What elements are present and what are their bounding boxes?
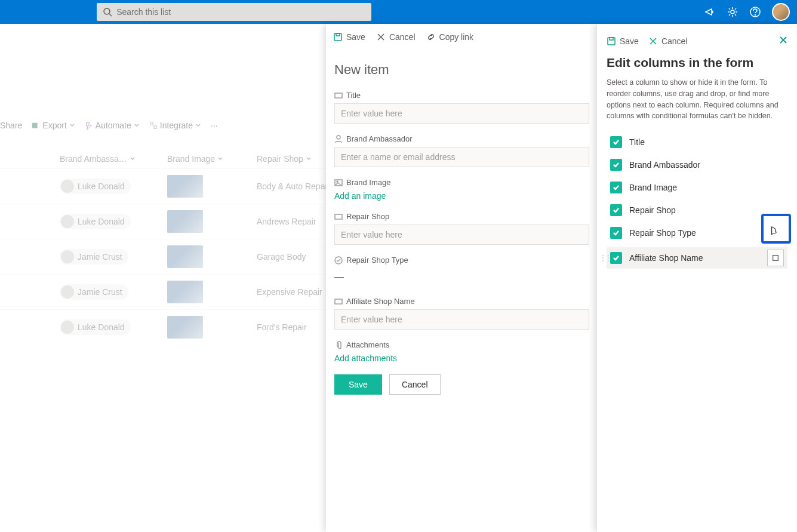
choice-icon <box>334 256 343 265</box>
help-icon[interactable] <box>749 6 761 18</box>
field-affiliate-label: Affiliate Shop Name <box>346 297 415 306</box>
column-checkbox[interactable] <box>610 182 622 193</box>
search-box[interactable] <box>97 3 371 21</box>
col-image: Brand Image <box>167 154 215 164</box>
person-icon <box>334 135 343 143</box>
link-icon <box>426 32 436 42</box>
attachment-icon <box>334 341 343 349</box>
chevron-down-icon <box>134 122 140 128</box>
column-checkbox[interactable] <box>610 136 622 148</box>
person-chip: Jamie Crust <box>60 249 128 265</box>
text-icon <box>334 297 343 306</box>
chevron-down-icon <box>69 122 75 128</box>
panel-title: New item <box>334 62 589 78</box>
image-thumbnail <box>167 316 203 339</box>
save-button[interactable]: Save <box>334 374 382 395</box>
person-chip: Luke Donald <box>60 214 131 229</box>
chevron-down-icon <box>195 122 201 128</box>
add-image-link[interactable]: Add an image <box>334 191 386 201</box>
column-item[interactable]: Brand Image <box>607 179 787 196</box>
chevron-down-icon <box>306 156 312 162</box>
cursor-icon <box>768 226 779 238</box>
column-label: Affiliate Shop Name <box>629 253 703 263</box>
panel-cancel-button[interactable]: Cancel <box>376 32 416 42</box>
shop-input[interactable] <box>334 225 589 245</box>
ambassador-input[interactable] <box>334 147 589 167</box>
svg-point-13 <box>337 136 340 139</box>
svg-rect-12 <box>335 93 342 98</box>
panel-save-label: Save <box>346 32 365 42</box>
column-list: Title Brand Ambassador Brand Image Repai… <box>607 134 787 269</box>
column-more-button[interactable] <box>767 250 784 266</box>
svg-rect-6 <box>150 122 153 125</box>
image-thumbnail <box>167 281 203 303</box>
search-input[interactable] <box>116 7 365 17</box>
gear-icon[interactable] <box>727 6 738 18</box>
drag-handle-icon[interactable]: ⋮⋮ <box>599 254 610 262</box>
automate-label: Automate <box>96 121 131 130</box>
close-icon <box>376 32 386 42</box>
svg-point-2 <box>731 10 734 14</box>
panel-toolbar: Save Cancel Copy link <box>326 24 598 50</box>
more-button: ··· <box>211 121 218 130</box>
image-thumbnail <box>167 210 203 233</box>
person-chip: Jamie Crust <box>60 284 128 300</box>
svg-rect-7 <box>154 126 156 128</box>
column-checkbox[interactable] <box>610 159 622 171</box>
copy-link-label: Copy link <box>439 32 474 42</box>
field-shoptype-label: Repair Shop Type <box>346 256 408 265</box>
svg-rect-18 <box>335 299 342 304</box>
image-icon <box>334 179 343 187</box>
column-checkbox[interactable] <box>610 204 622 216</box>
column-checkbox[interactable] <box>610 252 622 264</box>
add-attachments-link[interactable]: Add attachments <box>334 353 397 363</box>
column-checkbox[interactable] <box>610 227 622 239</box>
close-icon <box>648 36 658 46</box>
panel-save-button[interactable]: Save <box>333 32 365 42</box>
title-input[interactable] <box>334 103 589 124</box>
svg-point-15 <box>337 181 338 182</box>
shoptype-value[interactable]: — <box>334 268 589 286</box>
column-item[interactable]: Repair Shop <box>607 202 787 219</box>
close-panel-button[interactable] <box>779 36 787 46</box>
edit-cancel-button[interactable]: Cancel <box>648 36 688 46</box>
copy-link-button[interactable]: Copy link <box>426 32 474 42</box>
save-icon <box>333 32 343 42</box>
column-item[interactable]: ⋮⋮ Affiliate Shop Name <box>607 247 787 269</box>
automate-button: Automate <box>85 121 140 130</box>
column-item[interactable]: Title <box>607 134 787 150</box>
edit-cancel-label: Cancel <box>661 36 688 46</box>
column-item[interactable]: Repair Shop Type <box>607 225 787 241</box>
image-thumbnail <box>167 175 203 198</box>
close-icon <box>779 36 787 44</box>
text-icon <box>334 213 343 221</box>
column-item[interactable]: Brand Ambassador <box>607 156 787 173</box>
field-ambassador-label: Brand Ambassador <box>346 134 413 143</box>
column-label: Title <box>629 137 645 147</box>
integrate-button: Integrate <box>149 121 201 130</box>
user-avatar[interactable] <box>772 3 790 21</box>
svg-rect-16 <box>335 214 342 219</box>
edit-columns-panel: Save Cancel Edit columns in the form Sel… <box>597 24 797 532</box>
image-thumbnail <box>167 245 203 268</box>
edit-save-button[interactable]: Save <box>607 36 639 46</box>
text-icon <box>334 91 343 100</box>
new-item-panel: Save Cancel Copy link New item Title Bra… <box>326 24 598 532</box>
edit-panel-description: Select a column to show or hide it in th… <box>607 77 787 122</box>
svg-rect-20 <box>610 38 613 40</box>
edit-panel-title: Edit columns in the form <box>607 56 787 70</box>
edit-save-label: Save <box>620 36 639 46</box>
svg-rect-19 <box>608 38 615 45</box>
field-title-label: Title <box>346 91 361 100</box>
megaphone-icon[interactable] <box>704 6 716 18</box>
export-button: Export <box>32 121 75 130</box>
search-icon <box>103 7 112 17</box>
export-label: Export <box>42 121 66 130</box>
column-label: Brand Image <box>629 183 677 192</box>
column-label: Brand Ambassador <box>629 160 700 170</box>
svg-rect-5 <box>32 123 38 128</box>
cancel-button[interactable]: Cancel <box>389 374 441 395</box>
edit-panel-toolbar: Save Cancel <box>607 36 787 46</box>
affiliate-input[interactable] <box>334 309 589 330</box>
svg-rect-8 <box>334 33 341 41</box>
